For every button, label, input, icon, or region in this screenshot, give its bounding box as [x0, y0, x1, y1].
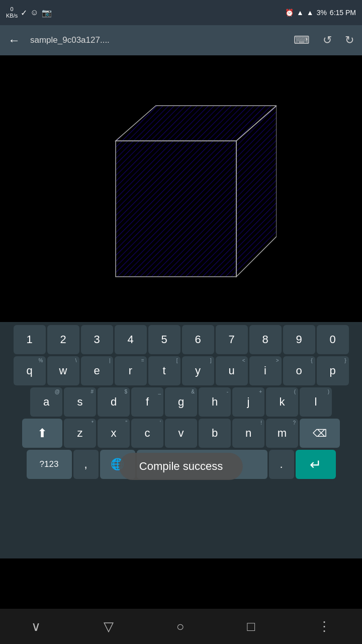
key-1[interactable]: 1	[14, 325, 46, 354]
key-m[interactable]: ?m	[266, 419, 298, 448]
key-n[interactable]: !n	[232, 419, 264, 448]
bluetooth-icon: ✓	[21, 8, 27, 18]
comma-key[interactable]: ,	[73, 450, 99, 479]
status-right: ⏰ ▲ ▲ 3% 6:15 PM	[285, 9, 356, 17]
key-u[interactable]: <u	[216, 356, 248, 385]
nav-menu[interactable]: ⋮	[318, 619, 331, 634]
key-b[interactable]: b	[199, 419, 231, 448]
key-t[interactable]: [t	[148, 356, 180, 385]
nav-home[interactable]: ○	[176, 619, 185, 634]
keyboard: Compile success 1 2 3 4 5 6 7 8 9 0 %q \…	[0, 322, 362, 558]
nav-recents[interactable]: □	[247, 619, 255, 634]
image-icon: 📷	[42, 8, 52, 18]
key-h[interactable]: -h	[199, 387, 231, 417]
svg-marker-1	[116, 141, 236, 277]
3d-cube	[85, 80, 277, 297]
time-display: 6:15 PM	[330, 9, 356, 17]
keyboard-row-zxcv: ⬆ *z "x 'c v b !n ?m ⌫	[2, 419, 360, 448]
key-3[interactable]: 3	[81, 325, 113, 354]
wifi-icon: ▲	[297, 9, 304, 17]
alarm-icon: ⏰	[285, 9, 294, 17]
refresh-button[interactable]: ↺	[320, 31, 335, 50]
key-w[interactable]: \w	[47, 356, 79, 385]
kb-status: 0KB/s	[6, 6, 18, 19]
key-7[interactable]: 7	[216, 325, 248, 354]
key-r[interactable]: =r	[115, 356, 147, 385]
key-s[interactable]: #s	[64, 387, 96, 417]
key-k[interactable]: (k	[266, 387, 298, 417]
backspace-key[interactable]: ⌫	[300, 419, 340, 448]
keyboard-row-asdf: @a #s $d _f &g -h +j (k )l	[2, 387, 360, 417]
keyboard-row-qwerty: %q \w |e =r [t ]y <u >i {o }p	[2, 356, 360, 385]
canvas-area	[0, 55, 362, 322]
address-bar: ← sample_9c03a127.... ⌨ ↺ ↻	[0, 25, 362, 55]
key-p[interactable]: }p	[317, 356, 349, 385]
reload-button[interactable]: ↻	[342, 31, 357, 50]
android-icon: ☺	[30, 8, 38, 17]
key-g[interactable]: &g	[165, 387, 197, 417]
key-0[interactable]: 0	[317, 325, 349, 354]
toast-notification: Compile success	[119, 453, 243, 480]
key-5[interactable]: 5	[148, 325, 180, 354]
nav-chevron[interactable]: ∨	[31, 619, 41, 634]
key-6[interactable]: 6	[182, 325, 214, 354]
key-y[interactable]: ]y	[182, 356, 214, 385]
key-c[interactable]: 'c	[131, 419, 163, 448]
key-i[interactable]: >i	[249, 356, 282, 385]
period-key[interactable]: .	[269, 450, 294, 479]
key-j[interactable]: +j	[232, 387, 264, 417]
key-9[interactable]: 9	[283, 325, 315, 354]
key-o[interactable]: {o	[283, 356, 315, 385]
shift-key[interactable]: ⬆	[22, 419, 62, 448]
key-v[interactable]: v	[165, 419, 197, 448]
key-8[interactable]: 8	[249, 325, 282, 354]
key-2[interactable]: 2	[47, 325, 79, 354]
enter-key[interactable]: ↵	[296, 450, 336, 479]
nav-back[interactable]: ▽	[104, 619, 114, 634]
key-d[interactable]: $d	[98, 387, 130, 417]
keyboard-row-numbers: 1 2 3 4 5 6 7 8 9 0	[2, 325, 360, 354]
back-button[interactable]: ←	[5, 30, 23, 50]
keyboard-toggle-button[interactable]: ⌨	[291, 31, 313, 50]
key-4[interactable]: 4	[115, 325, 147, 354]
key-f[interactable]: _f	[131, 387, 163, 417]
key-q[interactable]: %q	[14, 356, 46, 385]
url-display[interactable]: sample_9c03a127....	[30, 35, 284, 45]
signal-icon: ▲	[307, 9, 314, 17]
key-x[interactable]: "x	[98, 419, 130, 448]
key-e[interactable]: |e	[81, 356, 113, 385]
key-z[interactable]: *z	[64, 419, 96, 448]
symbol-key[interactable]: ?123	[27, 450, 72, 479]
key-l[interactable]: )l	[300, 387, 332, 417]
status-bar: 0KB/s ✓ ☺ 📷 ⏰ ▲ ▲ 3% 6:15 PM	[0, 0, 362, 25]
nav-bar: ∨ ▽ ○ □ ⋮	[0, 609, 362, 644]
key-a[interactable]: @a	[30, 387, 62, 417]
status-left: 0KB/s ✓ ☺ 📷	[6, 6, 52, 19]
battery-text: 3%	[317, 9, 327, 17]
